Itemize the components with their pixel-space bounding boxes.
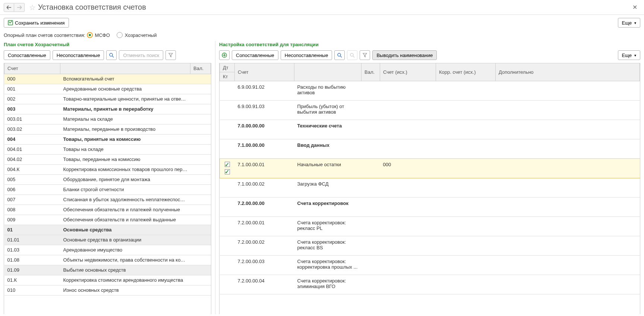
search-disabled-icon [350, 53, 355, 58]
cell-name: Начальные остатки [294, 159, 362, 178]
left-table-wrap[interactable]: Счет Вал. 000Вспомогательный счет001Арен… [4, 63, 211, 314]
cell-currency [362, 236, 380, 256]
table-row[interactable]: 6.9.00.91.02Расходы по выбытию активов [220, 81, 640, 101]
table-row[interactable]: 006Бланки строгой отчетности [4, 184, 211, 195]
cell-dtkt [220, 178, 235, 197]
left-filter-button[interactable] [165, 50, 176, 60]
right-search-button[interactable] [334, 50, 345, 60]
cell-dtkt [220, 139, 235, 159]
nav-forward-button[interactable] [14, 3, 25, 12]
table-row[interactable]: 007Списанная в убыток задолженность непл… [4, 195, 211, 205]
save-button[interactable]: Сохранить изменения [4, 18, 69, 28]
cell-src [380, 197, 436, 217]
table-row[interactable]: 003Материалы, принятые в переработку [4, 104, 211, 114]
kt-checkbox[interactable]: ✓ [225, 169, 230, 174]
close-button[interactable]: ✕ [629, 2, 640, 12]
table-row[interactable]: 004Товары, принятые на комиссию [4, 134, 211, 144]
table-row[interactable]: 001Арендованные основные средства [4, 84, 211, 94]
left-col-currency[interactable]: Вал. [190, 63, 211, 74]
more-button[interactable]: Еще [618, 18, 640, 28]
table-row[interactable]: 004.02Товары, переданные на комиссию [4, 154, 211, 164]
check-icon: ✓ [225, 162, 230, 167]
table-row[interactable]: 004.ККорректировка комиссионных товаров … [4, 164, 211, 174]
table-row[interactable]: 01.01Основные средства в организации [4, 235, 211, 245]
cell-corr [436, 159, 496, 178]
right-table-wrap[interactable]: Дт Кт Счет Вал. Счет (исх.) Корр. счет (… [219, 63, 640, 314]
left-matched-button[interactable]: Сопоставленные [4, 50, 50, 60]
right-more-button[interactable]: Еще [618, 50, 640, 60]
table-row[interactable]: 01.08Объекты недвижимости, права собстве… [4, 255, 211, 265]
table-row[interactable]: 7.2.00.00.00Счета корректировок [220, 197, 640, 217]
table-row[interactable]: 004.01Товары на складе [4, 144, 211, 154]
table-row[interactable]: 01.03Арендованное имущество [4, 245, 211, 255]
favorite-star-icon[interactable]: ☆ [29, 3, 36, 12]
table-row[interactable]: 6.9.00.91.03Прибыль (убыток) от выбытия … [220, 101, 640, 120]
radio-unselected-icon [117, 32, 123, 38]
left-search-button[interactable] [106, 50, 117, 60]
right-col-src[interactable]: Счет (исх.) [380, 63, 436, 81]
right-col-corr[interactable]: Корр. счет (исх.) [436, 63, 496, 81]
right-unmatched-button[interactable]: Несопоставленные [281, 50, 332, 60]
save-icon [8, 20, 13, 25]
table-row[interactable]: 005Оборудование, принятое для монтажа [4, 174, 211, 184]
cell-extra [496, 275, 640, 294]
table-row[interactable]: 008Обеспечения обязательств и платежей п… [4, 205, 211, 215]
table-row[interactable]: 7.2.00.00.01Счета корректировок: рекласс… [220, 217, 640, 236]
dt-checkbox[interactable]: ✓ [225, 162, 230, 167]
cell-name: Счета корректировок: рекласс BS [294, 236, 362, 256]
cell-name: Товары, принятые на комиссию [60, 134, 190, 144]
table-row[interactable]: 7.2.00.00.04Счета корректировок: элимина… [220, 275, 640, 294]
cell-currency [362, 81, 380, 101]
right-matched-button[interactable]: Сопоставленные [232, 50, 278, 60]
cell-name: Оборудование, принятое для монтажа [60, 174, 190, 184]
show-name-button[interactable]: Выводить наименование [372, 50, 437, 60]
radio-hozraschet[interactable]: Хозрасчетный [117, 32, 157, 38]
table-row[interactable]: ✓✓7.1.00.00.01Начальные остатки000 [220, 159, 640, 178]
nav-back-button[interactable] [4, 3, 14, 12]
cell-code: 7.1.00.00.01 [235, 159, 294, 178]
cell-name: Арендованное имущество [60, 245, 190, 255]
cell-code: 7.0.00.00.00 [235, 120, 294, 139]
table-row[interactable]: 01.09Выбытие основных средств [4, 265, 211, 275]
table-row[interactable]: 010Износ основных средств [4, 285, 211, 295]
add-button[interactable] [219, 50, 230, 60]
cell-currency [190, 195, 211, 205]
cell-name: Прибыль (убыток) от выбытия активов [294, 101, 362, 120]
cell-extra [496, 120, 640, 139]
left-cancel-search-button[interactable]: Отменить поиск [119, 50, 163, 60]
cell-name: Списанная в убыток задолженность неплате… [60, 195, 190, 205]
right-col-name[interactable] [294, 63, 362, 81]
right-filter-button[interactable] [360, 50, 370, 60]
table-row[interactable]: 7.2.00.00.03Счета корректировок: коррект… [220, 256, 640, 275]
right-col-extra[interactable]: Дополнительно [496, 63, 640, 81]
table-row[interactable]: 01Основные средства [4, 225, 211, 235]
left-col-name[interactable] [60, 63, 190, 74]
table-row[interactable]: 000Вспомогательный счет [4, 74, 211, 84]
left-col-account[interactable]: Счет [4, 63, 60, 74]
table-row[interactable]: 002Товарно-материальные ценности, принят… [4, 94, 211, 104]
cell-name: Обеспечения обязательств и платежей полу… [60, 205, 190, 215]
table-row[interactable]: 009Обеспечения обязательств и платежей в… [4, 215, 211, 225]
cell-code: 004.К [4, 164, 60, 174]
right-col-dtkt[interactable]: Дт Кт [220, 63, 235, 81]
right-disabled-search-button [347, 50, 357, 60]
cell-extra [496, 197, 640, 217]
cell-currency [190, 174, 211, 184]
cell-code: 7.1.00.00.02 [235, 178, 294, 197]
table-row[interactable]: 01.ККорректировка стоимости арендованног… [4, 275, 211, 285]
right-col-account[interactable]: Счет [235, 63, 294, 81]
table-row[interactable]: 7.1.00.00.02Загрузка ФСД [220, 178, 640, 197]
cell-name: Счета корректировок [294, 197, 362, 217]
cell-currency [190, 255, 211, 265]
table-row[interactable]: 003.01Материалы на складе [4, 114, 211, 124]
right-col-currency[interactable]: Вал. [362, 63, 380, 81]
table-row[interactable]: 7.0.00.00.00Технические счета [220, 120, 640, 139]
table-row[interactable]: 003.02Материалы, переданные в производст… [4, 124, 211, 134]
cell-corr [436, 120, 496, 139]
radio-msfo[interactable]: МСФО [87, 32, 110, 38]
cell-code: 002 [4, 94, 60, 104]
cell-corr [436, 139, 496, 159]
left-unmatched-button[interactable]: Несопоставленные [53, 50, 104, 60]
table-row[interactable]: 7.1.00.00.00Ввод данных [220, 139, 640, 159]
table-row[interactable]: 7.2.00.00.02Счета корректировок: рекласс… [220, 236, 640, 256]
